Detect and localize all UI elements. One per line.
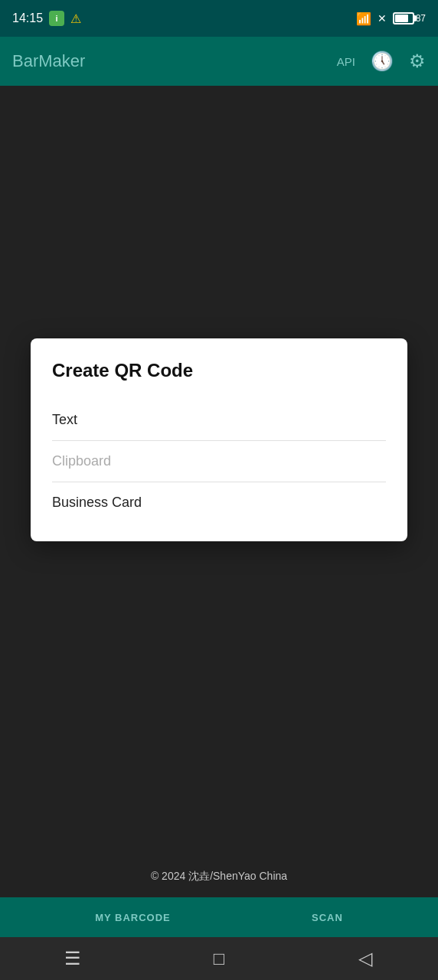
status-right: 📶 ✕ 87 (356, 11, 426, 26)
main-content: MY BARCODE SCAN © 2024 沈垚/ShenYao China … (0, 86, 438, 937)
status-app-icon: i (49, 11, 64, 26)
settings-icon[interactable]: ⚙ (409, 51, 426, 72)
wifi-icon: 📶 (356, 11, 371, 26)
battery-box (393, 12, 414, 24)
nav-bar: ☰ □ ◁ (0, 937, 438, 980)
status-left: 14:15 i ⚠ (12, 11, 81, 26)
battery-fill (395, 15, 409, 22)
battery-x-icon: ✕ (378, 12, 387, 24)
dialog-item-clipboard: Clipboard (52, 441, 386, 482)
app-bar-actions: API 🕔 ⚙ (337, 51, 426, 72)
app-bar: BarMaker API 🕔 ⚙ (0, 37, 438, 86)
app-title: BarMaker (12, 51, 85, 71)
battery-indicator: 87 (393, 12, 426, 24)
bottom-tab-bar: MY BARCODE SCAN (0, 897, 438, 937)
tab-scan[interactable]: SCAN (312, 912, 343, 923)
warning-icon: ⚠ (70, 11, 81, 26)
nav-home-icon[interactable]: □ (201, 940, 237, 977)
api-button[interactable]: API (337, 55, 355, 68)
create-qr-dialog: Create QR Code Text Clipboard Business C… (31, 338, 407, 541)
dialog-item-text[interactable]: Text (52, 400, 386, 440)
dialog-item-business-card[interactable]: Business Card (52, 482, 386, 523)
status-bar: 14:15 i ⚠ 📶 ✕ 87 (0, 0, 438, 37)
history-icon[interactable]: 🕔 (371, 51, 394, 72)
tab-my-barcode[interactable]: MY BARCODE (95, 912, 171, 923)
dialog-title: Create QR Code (52, 360, 386, 381)
nav-menu-icon[interactable]: ☰ (54, 940, 91, 977)
status-time: 14:15 (12, 11, 43, 25)
copyright-text: © 2024 沈垚/ShenYao China (0, 870, 438, 884)
battery-percent: 87 (416, 13, 426, 24)
nav-back-icon[interactable]: ◁ (347, 940, 384, 977)
